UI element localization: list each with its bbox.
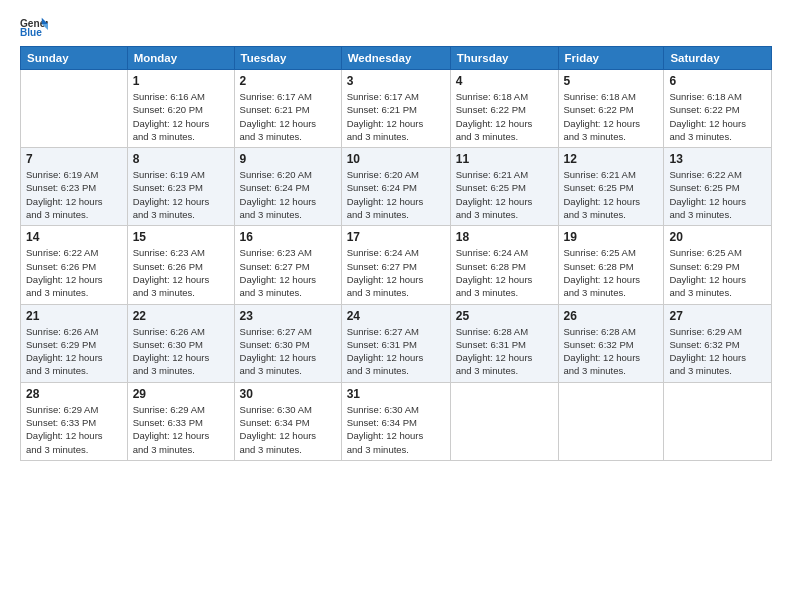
day-info: Sunrise: 6:24 AM Sunset: 6:28 PM Dayligh… [456,246,553,299]
calendar-cell: 3Sunrise: 6:17 AM Sunset: 6:21 PM Daylig… [341,70,450,148]
calendar-cell: 7Sunrise: 6:19 AM Sunset: 6:23 PM Daylig… [21,148,128,226]
calendar-cell: 19Sunrise: 6:25 AM Sunset: 6:28 PM Dayli… [558,226,664,304]
day-number: 8 [133,152,229,166]
calendar-table: SundayMondayTuesdayWednesdayThursdayFrid… [20,46,772,461]
calendar-cell: 10Sunrise: 6:20 AM Sunset: 6:24 PM Dayli… [341,148,450,226]
calendar-cell: 15Sunrise: 6:23 AM Sunset: 6:26 PM Dayli… [127,226,234,304]
calendar-cell: 1Sunrise: 6:16 AM Sunset: 6:20 PM Daylig… [127,70,234,148]
calendar-cell: 16Sunrise: 6:23 AM Sunset: 6:27 PM Dayli… [234,226,341,304]
day-info: Sunrise: 6:30 AM Sunset: 6:34 PM Dayligh… [347,403,445,456]
calendar-cell: 4Sunrise: 6:18 AM Sunset: 6:22 PM Daylig… [450,70,558,148]
calendar-cell: 31Sunrise: 6:30 AM Sunset: 6:34 PM Dayli… [341,382,450,460]
day-info: Sunrise: 6:17 AM Sunset: 6:21 PM Dayligh… [240,90,336,143]
calendar-cell: 30Sunrise: 6:30 AM Sunset: 6:34 PM Dayli… [234,382,341,460]
day-info: Sunrise: 6:28 AM Sunset: 6:32 PM Dayligh… [564,325,659,378]
calendar-cell: 28Sunrise: 6:29 AM Sunset: 6:33 PM Dayli… [21,382,128,460]
day-number: 18 [456,230,553,244]
calendar-cell: 20Sunrise: 6:25 AM Sunset: 6:29 PM Dayli… [664,226,772,304]
day-number: 1 [133,74,229,88]
day-number: 12 [564,152,659,166]
day-number: 13 [669,152,766,166]
day-info: Sunrise: 6:23 AM Sunset: 6:26 PM Dayligh… [133,246,229,299]
calendar-cell: 5Sunrise: 6:18 AM Sunset: 6:22 PM Daylig… [558,70,664,148]
day-info: Sunrise: 6:20 AM Sunset: 6:24 PM Dayligh… [347,168,445,221]
calendar-cell: 26Sunrise: 6:28 AM Sunset: 6:32 PM Dayli… [558,304,664,382]
logo: General Blue [20,16,48,38]
day-number: 4 [456,74,553,88]
day-number: 14 [26,230,122,244]
calendar-cell: 6Sunrise: 6:18 AM Sunset: 6:22 PM Daylig… [664,70,772,148]
day-info: Sunrise: 6:29 AM Sunset: 6:33 PM Dayligh… [26,403,122,456]
day-number: 28 [26,387,122,401]
day-info: Sunrise: 6:29 AM Sunset: 6:32 PM Dayligh… [669,325,766,378]
day-number: 10 [347,152,445,166]
day-number: 11 [456,152,553,166]
day-number: 16 [240,230,336,244]
day-info: Sunrise: 6:19 AM Sunset: 6:23 PM Dayligh… [133,168,229,221]
calendar-cell: 27Sunrise: 6:29 AM Sunset: 6:32 PM Dayli… [664,304,772,382]
calendar-cell: 18Sunrise: 6:24 AM Sunset: 6:28 PM Dayli… [450,226,558,304]
calendar-cell: 14Sunrise: 6:22 AM Sunset: 6:26 PM Dayli… [21,226,128,304]
calendar-cell [21,70,128,148]
day-number: 7 [26,152,122,166]
day-number: 9 [240,152,336,166]
page: General Blue SundayMondayTuesdayWednesda… [0,0,792,612]
day-info: Sunrise: 6:27 AM Sunset: 6:30 PM Dayligh… [240,325,336,378]
day-number: 24 [347,309,445,323]
calendar-cell: 23Sunrise: 6:27 AM Sunset: 6:30 PM Dayli… [234,304,341,382]
day-info: Sunrise: 6:30 AM Sunset: 6:34 PM Dayligh… [240,403,336,456]
day-info: Sunrise: 6:25 AM Sunset: 6:29 PM Dayligh… [669,246,766,299]
day-info: Sunrise: 6:18 AM Sunset: 6:22 PM Dayligh… [456,90,553,143]
generalblue-logo-icon: General Blue [20,16,48,38]
calendar-cell: 9Sunrise: 6:20 AM Sunset: 6:24 PM Daylig… [234,148,341,226]
day-number: 20 [669,230,766,244]
weekday-header-thursday: Thursday [450,47,558,70]
weekday-header-sunday: Sunday [21,47,128,70]
calendar-cell [450,382,558,460]
day-number: 27 [669,309,766,323]
day-info: Sunrise: 6:23 AM Sunset: 6:27 PM Dayligh… [240,246,336,299]
day-info: Sunrise: 6:24 AM Sunset: 6:27 PM Dayligh… [347,246,445,299]
day-number: 5 [564,74,659,88]
day-info: Sunrise: 6:17 AM Sunset: 6:21 PM Dayligh… [347,90,445,143]
day-info: Sunrise: 6:20 AM Sunset: 6:24 PM Dayligh… [240,168,336,221]
day-number: 30 [240,387,336,401]
day-info: Sunrise: 6:21 AM Sunset: 6:25 PM Dayligh… [456,168,553,221]
calendar-cell: 13Sunrise: 6:22 AM Sunset: 6:25 PM Dayli… [664,148,772,226]
day-info: Sunrise: 6:26 AM Sunset: 6:29 PM Dayligh… [26,325,122,378]
day-info: Sunrise: 6:18 AM Sunset: 6:22 PM Dayligh… [564,90,659,143]
day-info: Sunrise: 6:28 AM Sunset: 6:31 PM Dayligh… [456,325,553,378]
day-info: Sunrise: 6:19 AM Sunset: 6:23 PM Dayligh… [26,168,122,221]
day-number: 26 [564,309,659,323]
day-number: 3 [347,74,445,88]
calendar-cell: 17Sunrise: 6:24 AM Sunset: 6:27 PM Dayli… [341,226,450,304]
day-number: 25 [456,309,553,323]
day-info: Sunrise: 6:29 AM Sunset: 6:33 PM Dayligh… [133,403,229,456]
day-info: Sunrise: 6:18 AM Sunset: 6:22 PM Dayligh… [669,90,766,143]
day-number: 2 [240,74,336,88]
header: General Blue [20,16,772,38]
weekday-header-wednesday: Wednesday [341,47,450,70]
day-info: Sunrise: 6:22 AM Sunset: 6:25 PM Dayligh… [669,168,766,221]
weekday-header-tuesday: Tuesday [234,47,341,70]
calendar-cell: 11Sunrise: 6:21 AM Sunset: 6:25 PM Dayli… [450,148,558,226]
day-info: Sunrise: 6:25 AM Sunset: 6:28 PM Dayligh… [564,246,659,299]
calendar-cell [558,382,664,460]
calendar-cell: 8Sunrise: 6:19 AM Sunset: 6:23 PM Daylig… [127,148,234,226]
calendar-cell: 22Sunrise: 6:26 AM Sunset: 6:30 PM Dayli… [127,304,234,382]
day-info: Sunrise: 6:26 AM Sunset: 6:30 PM Dayligh… [133,325,229,378]
calendar-cell: 29Sunrise: 6:29 AM Sunset: 6:33 PM Dayli… [127,382,234,460]
day-number: 29 [133,387,229,401]
day-info: Sunrise: 6:16 AM Sunset: 6:20 PM Dayligh… [133,90,229,143]
day-number: 17 [347,230,445,244]
day-number: 31 [347,387,445,401]
calendar-cell: 21Sunrise: 6:26 AM Sunset: 6:29 PM Dayli… [21,304,128,382]
day-number: 19 [564,230,659,244]
day-info: Sunrise: 6:22 AM Sunset: 6:26 PM Dayligh… [26,246,122,299]
day-number: 15 [133,230,229,244]
day-info: Sunrise: 6:21 AM Sunset: 6:25 PM Dayligh… [564,168,659,221]
weekday-header-friday: Friday [558,47,664,70]
weekday-header-saturday: Saturday [664,47,772,70]
calendar-cell: 2Sunrise: 6:17 AM Sunset: 6:21 PM Daylig… [234,70,341,148]
calendar-cell [664,382,772,460]
